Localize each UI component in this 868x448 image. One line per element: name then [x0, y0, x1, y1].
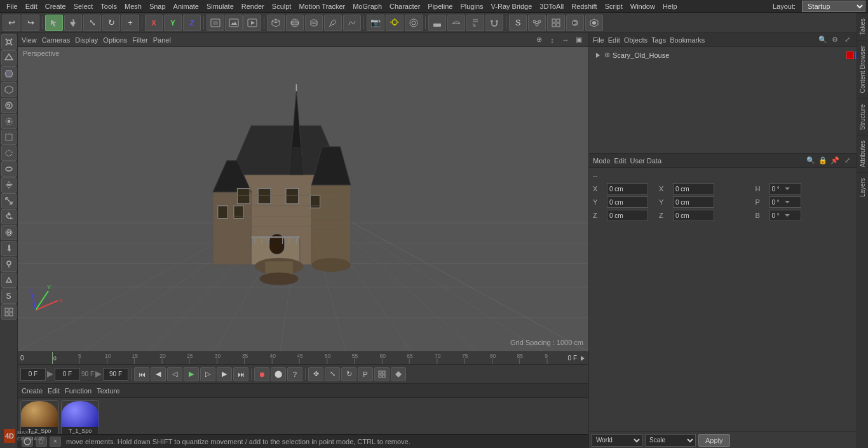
goto-end-button[interactable]: ⏭: [233, 367, 248, 381]
pen-tool-button[interactable]: [324, 15, 342, 31]
material-menu-texture[interactable]: Texture: [97, 387, 119, 395]
paint-button[interactable]: [1, 257, 17, 272]
attr-lock-icon[interactable]: 🔒: [818, 156, 828, 166]
tab-structure[interactable]: Structure: [857, 98, 868, 135]
menu-snap[interactable]: Snap: [146, 3, 170, 10]
move-button[interactable]: [1, 177, 17, 193]
z-axis-button[interactable]: Z: [183, 15, 201, 31]
attr-userdata-menu[interactable]: User Data: [630, 157, 662, 165]
viewport-menu-view[interactable]: View: [22, 36, 37, 44]
obj-search-icon[interactable]: 🔍: [818, 35, 828, 45]
menu-character[interactable]: Character: [386, 3, 424, 10]
world-dropdown[interactable]: World: [592, 434, 642, 447]
bend-button[interactable]: [466, 15, 484, 31]
menu-redshift[interactable]: Redshift: [567, 3, 600, 10]
coord-y-pos-input[interactable]: [607, 196, 648, 208]
mode-points-button[interactable]: [1, 34, 17, 50]
coord-z-size-input[interactable]: [673, 210, 714, 221]
grid-button[interactable]: [547, 15, 565, 31]
null-button[interactable]: [405, 15, 423, 31]
prev-frame-button[interactable]: ◁: [167, 367, 182, 381]
sky-button[interactable]: [447, 15, 465, 31]
play-button[interactable]: ▶: [184, 367, 199, 381]
menu-sculpt[interactable]: Sculpt: [268, 3, 295, 10]
y-axis-button[interactable]: Y: [164, 15, 182, 31]
tab-layers[interactable]: Layers: [857, 172, 868, 202]
frame-current-input[interactable]: [55, 368, 80, 381]
attr-mode-menu[interactable]: Mode: [593, 157, 611, 165]
menu-create[interactable]: Create: [41, 3, 70, 10]
render-region-button[interactable]: [207, 15, 224, 31]
frame-preview-end-input[interactable]: [103, 368, 128, 381]
menu-script[interactable]: Script: [601, 3, 627, 10]
obj-bookmarks-menu[interactable]: Bookmarks: [670, 36, 705, 44]
menu-pipeline[interactable]: Pipeline: [424, 3, 456, 10]
object-name-scary-house[interactable]: Scary_Old_House: [613, 51, 669, 59]
status-icon-3[interactable]: ×: [50, 437, 61, 447]
light-button[interactable]: [386, 15, 403, 31]
attr-search-icon[interactable]: 🔍: [806, 156, 816, 166]
param-key-button[interactable]: P: [358, 367, 373, 381]
keyframe-display-button[interactable]: [391, 367, 406, 381]
pointer-tool-button[interactable]: [45, 15, 63, 31]
coord-x-size-input[interactable]: [673, 183, 714, 194]
record-button[interactable]: [566, 15, 584, 31]
knife-button[interactable]: S: [1, 288, 17, 304]
menu-render[interactable]: Render: [238, 3, 268, 10]
attr-expand-icon[interactable]: ⤢: [842, 156, 852, 166]
object-list[interactable]: ⊕ Scary_Old_House: [589, 47, 868, 153]
viewport-menu-cameras[interactable]: Cameras: [42, 36, 71, 44]
viewport-menu-options[interactable]: Options: [103, 36, 127, 44]
menu-help[interactable]: Help: [659, 3, 681, 10]
viewport-icon-4[interactable]: ▣: [573, 34, 585, 46]
poly-selection-button[interactable]: [1, 146, 17, 161]
loop-selection-button[interactable]: [1, 161, 17, 177]
material-menu-create[interactable]: Create: [22, 387, 43, 395]
cylinder-button[interactable]: [305, 15, 323, 31]
rotate-key-button[interactable]: ↻: [341, 367, 356, 381]
menu-tools[interactable]: Tools: [97, 3, 121, 10]
menu-animate[interactable]: Animate: [170, 3, 203, 10]
menu-window[interactable]: Window: [627, 3, 659, 10]
rotate-tool-button[interactable]: ↻: [102, 15, 120, 31]
timeline-arrow-icon[interactable]: [578, 355, 586, 362]
sphere-button[interactable]: [286, 15, 304, 31]
help-button[interactable]: ?: [287, 367, 302, 381]
mode-edges-button[interactable]: [1, 50, 17, 65]
rect-selection-button[interactable]: [1, 130, 17, 145]
undo-button[interactable]: ↩: [3, 15, 20, 31]
obj-config-icon[interactable]: ⚙: [830, 35, 840, 45]
spline-button[interactable]: [343, 15, 361, 31]
attr-edit-menu[interactable]: Edit: [614, 157, 627, 165]
record-keyframe-button[interactable]: ⬤: [271, 367, 286, 381]
next-frame-button[interactable]: ▷: [200, 367, 215, 381]
render-button[interactable]: [243, 15, 261, 31]
menu-simulate[interactable]: Simulate: [203, 3, 238, 10]
coord-y-size-input[interactable]: [673, 196, 714, 208]
viewport-container[interactable]: View Cameras Display Options Filter Pane…: [18, 33, 588, 351]
obj-expand-arrow-icon[interactable]: [594, 51, 602, 59]
record-auto-button[interactable]: ⏺: [254, 367, 269, 381]
menu-select[interactable]: Select: [70, 3, 97, 10]
magnet2-button[interactable]: [1, 273, 17, 288]
camera-button[interactable]: 📷: [367, 15, 384, 31]
viewport-icon-1[interactable]: ⊕: [533, 34, 545, 46]
mode-sculpt-button[interactable]: [1, 98, 17, 113]
step-back-button[interactable]: ◀: [151, 367, 166, 381]
tab-content-browser[interactable]: Content Browser: [857, 40, 868, 98]
viewport-menu-display[interactable]: Display: [75, 36, 98, 44]
brush-button[interactable]: [1, 241, 17, 256]
grid2-button[interactable]: [1, 304, 17, 320]
menu-3dtoall[interactable]: 3DToAll: [536, 3, 567, 10]
coord-x-pos-input[interactable]: [607, 183, 648, 194]
menu-plugins[interactable]: Plugins: [456, 3, 487, 10]
menu-motiontracker[interactable]: Motion Tracker: [295, 3, 349, 10]
plus-tool-button[interactable]: +: [121, 15, 139, 31]
scale-dropdown[interactable]: Scale: [645, 434, 696, 447]
cube-button[interactable]: [267, 15, 285, 31]
apply-button[interactable]: Apply: [698, 434, 730, 447]
soft-selection-button[interactable]: [1, 225, 17, 240]
stageobj-button[interactable]: [585, 15, 603, 31]
rotate-button[interactable]: [1, 209, 17, 224]
step-forward-button[interactable]: ▶: [217, 367, 232, 381]
